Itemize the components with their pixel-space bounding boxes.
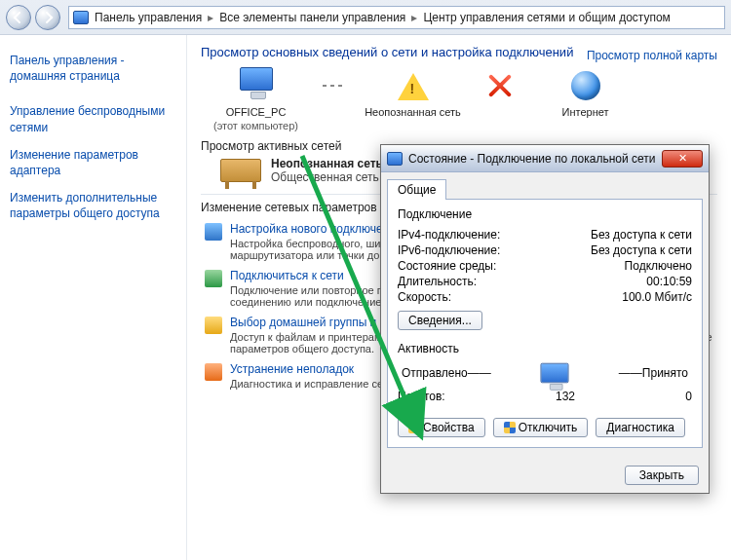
properties-button[interactable]: Свойства	[398, 418, 485, 437]
line-icon: ——	[468, 366, 491, 380]
line-icon: ——	[619, 366, 642, 380]
ipv4-value: Без доступа к сети	[591, 228, 692, 242]
packets-sent-value: 132	[445, 390, 686, 403]
node-label: Неопознанная сеть	[365, 106, 461, 120]
media-label: Состояние среды:	[398, 259, 496, 273]
status-dialog: Состояние - Подключение по локальной сет…	[380, 144, 710, 494]
breadcrumb-item[interactable]: Центр управления сетями и общим доступом	[423, 11, 671, 24]
group-activity-label: Активность	[398, 342, 692, 355]
media-value: Подключено	[625, 259, 692, 273]
dialog-titlebar[interactable]: Состояние - Подключение по локальной сет…	[381, 145, 709, 172]
sidebar-home-link[interactable]: Панель управления -домашняя страница	[8, 47, 178, 90]
disable-button[interactable]: Отключить	[493, 418, 589, 437]
node-this-pc[interactable]: OFFICE_PC (этот компьютер)	[205, 67, 307, 133]
sidebar-item-wireless[interactable]: Управление беспроводными сетями	[8, 97, 178, 140]
close-button[interactable]: ✕	[662, 150, 703, 168]
sidebar: Панель управления -домашняя страница Упр…	[0, 35, 187, 560]
globe-icon	[571, 71, 600, 100]
node-unknown-network[interactable]: Неопознанная сеть	[362, 67, 464, 120]
tab-panel-general: Подключение IPv4-подключение:Без доступа…	[387, 199, 703, 448]
node-internet[interactable]: Интернет	[534, 67, 636, 120]
nav-back-button[interactable]	[6, 5, 31, 30]
packets-recv-value: 0	[685, 390, 692, 403]
node-sublabel: (этот компьютер)	[213, 120, 298, 133]
network-icon	[387, 152, 403, 166]
warning-icon	[398, 73, 429, 100]
received-label: Принято	[642, 366, 688, 380]
nav-forward-button[interactable]	[35, 5, 60, 30]
sidebar-item-adapter[interactable]: Изменение параметров адаптера	[8, 141, 178, 184]
shield-icon	[504, 422, 516, 433]
pc-icon	[541, 363, 569, 383]
breadcrumb-bar[interactable]: Панель управления ▸ Все элементы панели …	[68, 6, 725, 29]
duration-value: 00:10:59	[646, 275, 692, 288]
breadcrumb-item[interactable]: Все элементы панели управления	[219, 11, 405, 24]
pc-icon	[240, 67, 273, 91]
packets-label: Пакетов:	[398, 390, 445, 403]
dialog-title: Состояние - Подключение по локальной сет…	[408, 152, 662, 166]
option-title[interactable]: Подключиться к сети	[230, 269, 344, 282]
breadcrumb-item[interactable]: Панель управления	[95, 11, 202, 24]
node-no-connection	[480, 67, 519, 98]
activity-diagram: Отправлено —— —— Принято	[398, 361, 692, 385]
network-type[interactable]: Общественная сеть	[271, 170, 383, 184]
ipv6-label: IPv6-подключение:	[398, 243, 500, 257]
link-line-icon	[323, 85, 346, 87]
group-connection-label: Подключение	[398, 207, 692, 221]
control-panel-icon	[73, 11, 89, 24]
option-title[interactable]: Устранение неполадок	[230, 362, 354, 376]
view-full-map-link[interactable]: Просмотр полной карты	[587, 49, 717, 62]
network-name: Неопознанная сеть	[271, 157, 383, 170]
connect-icon	[205, 270, 222, 287]
network-map: OFFICE_PC (этот компьютер) Неопознанная …	[201, 67, 717, 133]
sent-label: Отправлено	[402, 366, 468, 380]
option-title[interactable]: Настройка нового подключения	[230, 222, 403, 236]
chevron-right-icon: ▸	[208, 11, 213, 24]
ipv4-label: IPv4-подключение:	[398, 228, 500, 242]
address-toolbar: Панель управления ▸ Все элементы панели …	[0, 0, 731, 35]
duration-label: Длительность:	[398, 275, 477, 288]
bench-icon	[220, 159, 261, 182]
node-label: OFFICE_PC	[226, 106, 287, 120]
speed-value: 100.0 Мбит/с	[622, 290, 692, 304]
details-button[interactable]: Сведения...	[398, 311, 482, 330]
troubleshoot-icon	[205, 363, 222, 381]
shield-icon	[408, 422, 420, 433]
node-label: Интернет	[562, 106, 609, 120]
red-x-icon	[486, 73, 512, 98]
network-setup-icon	[205, 223, 222, 241]
tab-general[interactable]: Общие	[387, 179, 446, 200]
close-dialog-button[interactable]: Закрыть	[625, 466, 699, 485]
diagnostics-button[interactable]: Диагностика	[596, 418, 685, 437]
sidebar-item-sharing[interactable]: Изменить дополнительные параметры общего…	[8, 184, 178, 227]
chevron-right-icon: ▸	[411, 11, 417, 24]
homegroup-icon	[205, 317, 222, 334]
speed-label: Скорость:	[398, 290, 451, 304]
ipv6-value: Без доступа к сети	[591, 243, 692, 257]
